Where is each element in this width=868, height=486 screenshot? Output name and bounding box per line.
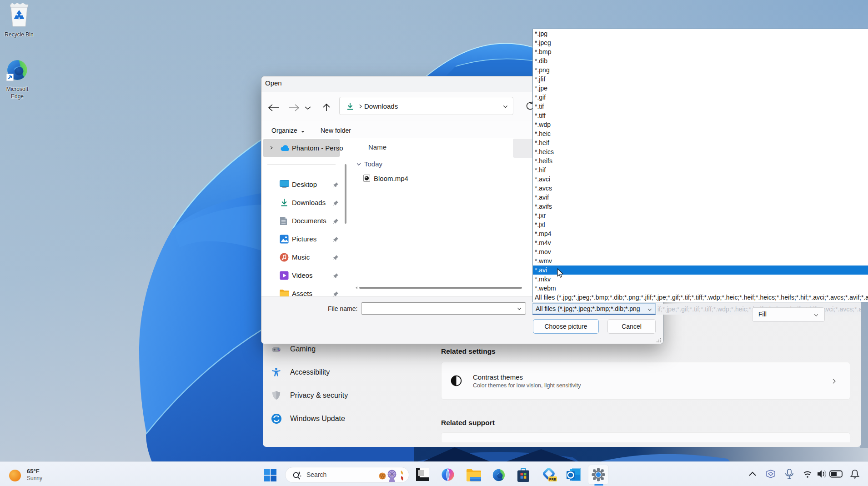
svg-text:PRE: PRE <box>549 477 556 481</box>
